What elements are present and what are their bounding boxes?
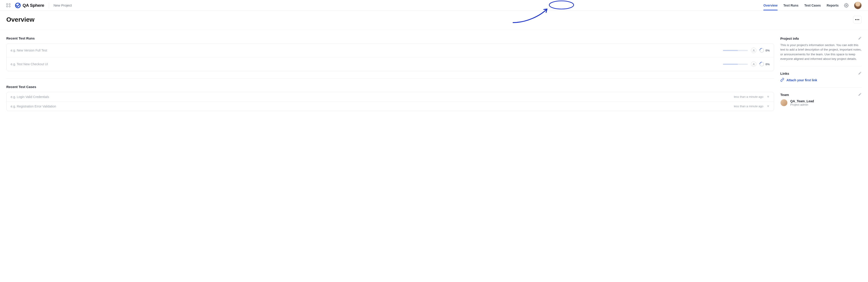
test-run-meta: 0%: [723, 48, 770, 53]
team-section: Team QA_Team_Lead Project admin: [780, 93, 862, 106]
edit-pencil-icon[interactable]: [858, 93, 862, 97]
test-case-time: less than a minute ago: [734, 95, 763, 99]
svg-point-2: [753, 49, 754, 50]
progress-percent: 0%: [760, 48, 770, 52]
user-avatar[interactable]: [854, 2, 862, 9]
brand-logo[interactable]: QA Sphere: [15, 2, 44, 8]
member-role: Project admin: [790, 103, 814, 106]
logo-mark-icon: [15, 2, 21, 8]
nav-tabs: Overview Test Runs Test Cases Reports: [763, 0, 839, 10]
donut-icon: [758, 47, 765, 54]
link-icon: [780, 78, 784, 82]
percent-label: 0%: [766, 49, 770, 52]
apps-grid-icon[interactable]: [6, 3, 10, 7]
header-right: Overview Test Runs Test Cases Reports: [763, 0, 862, 10]
test-case-meta: less than a minute ago: [734, 104, 770, 108]
recent-runs-title: Recent Test Runs: [6, 36, 774, 40]
member-avatar: [780, 99, 787, 106]
tab-test-runs[interactable]: Test Runs: [783, 0, 799, 10]
percent-label: 0%: [766, 63, 770, 66]
content-area: Recent Test Runs e.g. New Version Full T…: [0, 30, 868, 117]
progress-bar: [723, 50, 748, 51]
header-left: QA Sphere New Project: [6, 2, 72, 8]
member-name: QA_Team_Lead: [790, 99, 814, 103]
recent-cases-list: e.g. Login Valid Credentials less than a…: [6, 92, 774, 111]
tab-overview[interactable]: Overview: [763, 0, 777, 10]
test-run-meta: 0%: [723, 61, 770, 67]
progress-percent: 0%: [760, 62, 770, 66]
test-run-row[interactable]: e.g. New Version Full Test 0%: [6, 43, 774, 57]
project-name[interactable]: New Project: [54, 3, 72, 7]
recent-runs-list: e.g. New Version Full Test 0% e.g. Test …: [6, 43, 774, 71]
edit-pencil-icon[interactable]: [858, 36, 862, 41]
project-info-section: Project info This is your project's info…: [780, 36, 862, 61]
attach-link-button[interactable]: Attach your first link: [780, 78, 862, 82]
page-title: Overview: [6, 16, 35, 23]
app-header: QA Sphere New Project Overview Test Runs…: [0, 0, 868, 11]
more-menu-button[interactable]: •••: [853, 16, 862, 24]
tab-reports[interactable]: Reports: [827, 0, 839, 10]
tab-test-cases[interactable]: Test Cases: [804, 0, 821, 10]
recent-cases-title: Recent Test Cases: [6, 85, 774, 89]
chevron-down-icon[interactable]: [767, 95, 770, 99]
team-title: Team: [780, 93, 789, 97]
test-case-name: e.g. Registration Error Validation: [11, 105, 56, 108]
project-info-title: Project info: [780, 37, 799, 40]
links-section: Links Attach your first link: [780, 71, 862, 82]
main-column: Recent Test Runs e.g. New Version Full T…: [6, 36, 774, 111]
test-case-name: e.g. Login Valid Credentials: [11, 95, 49, 99]
test-case-time: less than a minute ago: [734, 105, 763, 108]
header-divider: [49, 2, 49, 8]
assignee-icon[interactable]: [751, 61, 756, 67]
svg-point-1: [846, 5, 847, 6]
sidebar-column: Project info This is your project's info…: [780, 36, 862, 108]
team-member[interactable]: QA_Team_Lead Project admin: [780, 99, 862, 106]
assignee-icon[interactable]: [751, 48, 756, 53]
svg-point-3: [753, 63, 754, 64]
test-run-name: e.g. Test New Checkout UI: [11, 62, 48, 66]
edit-pencil-icon[interactable]: [858, 71, 862, 76]
test-run-row[interactable]: e.g. Test New Checkout UI 0%: [6, 57, 774, 71]
test-case-row[interactable]: e.g. Login Valid Credentials less than a…: [6, 92, 774, 102]
page-title-bar: Overview •••: [0, 11, 868, 30]
test-case-row[interactable]: e.g. Registration Error Validation less …: [6, 102, 774, 111]
project-info-body: This is your project's information secti…: [780, 43, 862, 61]
progress-bar: [723, 64, 748, 65]
test-case-meta: less than a minute ago: [734, 95, 770, 99]
attach-link-label: Attach your first link: [786, 78, 817, 82]
chevron-down-icon[interactable]: [767, 104, 770, 108]
links-title: Links: [780, 72, 789, 75]
brand-name: QA Sphere: [23, 3, 44, 8]
test-run-name: e.g. New Version Full Test: [11, 48, 47, 52]
donut-icon: [758, 61, 765, 67]
settings-gear-icon[interactable]: [844, 3, 848, 8]
